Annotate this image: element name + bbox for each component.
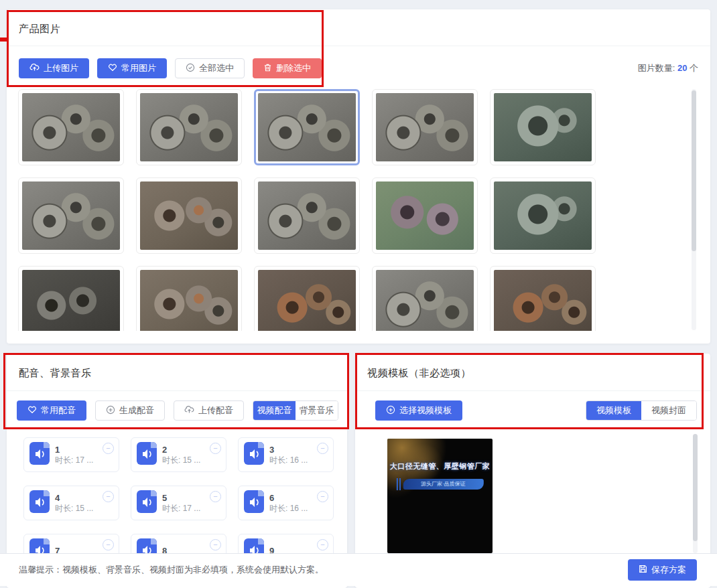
product-image[interactable]	[18, 266, 124, 331]
product-image[interactable]	[136, 266, 242, 331]
image-count-value: 20	[677, 63, 687, 73]
product-photo	[376, 181, 474, 250]
cloud-upload-icon	[184, 405, 194, 416]
product-images-panel: 产品图片 上传图片 常用图片 全部选中 删除选中 图片数量: 20	[7, 9, 710, 344]
product-image[interactable]	[254, 177, 360, 254]
product-toolbar: 上传图片 常用图片 全部选中 删除选中 图片数量: 20 个	[19, 58, 698, 78]
scrollbar-thumb[interactable]	[692, 90, 696, 251]
audio-item-name: 3	[269, 445, 308, 455]
audio-tabs: 视频配音 背景音乐	[253, 400, 338, 421]
save-plan-button[interactable]: 保存方案	[628, 559, 697, 581]
product-image[interactable]	[490, 177, 596, 254]
footer-tip: 温馨提示：视频模板、背景音乐、视频封面为非必填项，系统会使用默认方案。	[19, 564, 324, 576]
product-image[interactable]	[490, 266, 596, 331]
page: 产品图片 上传图片 常用图片 全部选中 删除选中 图片数量: 20	[0, 0, 717, 588]
audio-item-minus-icon[interactable]: −	[210, 491, 221, 502]
audio-file-icon	[244, 442, 264, 467]
heart-icon	[27, 405, 37, 416]
audio-item-name: 2	[162, 445, 200, 455]
audio-item-name: 1	[55, 445, 93, 455]
tab-video-cover[interactable]: 视频封面	[641, 401, 696, 420]
product-image[interactable]	[372, 89, 478, 165]
audio-item[interactable]: 3时长: 16 ...−	[238, 437, 334, 472]
select-template-button[interactable]: 选择视频模板	[375, 400, 462, 421]
common-voiceover-label: 常用配音	[41, 405, 76, 417]
video-template-title: 视频模板（非必选项）	[367, 367, 471, 380]
product-photo	[140, 270, 238, 331]
audio-item-minus-icon[interactable]: −	[103, 539, 114, 550]
product-image[interactable]	[372, 266, 478, 331]
audio-item-minus-icon[interactable]: −	[317, 491, 328, 502]
audio-item-duration: 时长: 16 ...	[269, 455, 308, 465]
audio-item[interactable]: 6时长: 16 ...−	[238, 486, 334, 520]
divider	[355, 390, 710, 391]
common-images-button[interactable]: 常用图片	[97, 58, 167, 78]
image-grid-scrollbar[interactable]	[692, 89, 696, 330]
product-image[interactable]	[372, 177, 478, 254]
cloud-upload-icon	[29, 63, 40, 74]
product-image-selected[interactable]	[254, 89, 360, 165]
product-image[interactable]	[136, 89, 242, 165]
audio-item-name: 4	[55, 493, 93, 504]
divider	[7, 390, 347, 391]
delete-selected-label: 删除选中	[276, 62, 311, 74]
plus-circle-icon	[106, 405, 115, 417]
audio-item-minus-icon[interactable]: −	[210, 443, 221, 454]
common-images-label: 常用图片	[121, 62, 156, 74]
product-image[interactable]	[254, 266, 360, 331]
audio-item-minus-icon[interactable]: −	[103, 491, 114, 502]
audio-item[interactable]: 1时长: 17 ...−	[23, 437, 119, 472]
upload-image-button[interactable]: 上传图片	[19, 58, 89, 78]
select-all-button[interactable]: 全部选中	[175, 58, 245, 78]
product-photo	[494, 181, 592, 250]
product-photo	[140, 181, 238, 250]
product-photo	[494, 93, 592, 161]
select-template-label: 选择视频模板	[399, 405, 452, 417]
product-photo	[22, 181, 120, 250]
audio-item-duration: 时长: 17 ...	[55, 455, 93, 465]
tab-video-voiceover[interactable]: 视频配音	[253, 400, 296, 421]
audio-item-duration: 时长: 16 ...	[269, 504, 308, 514]
audio-item[interactable]: 5时长: 17 ...−	[131, 486, 226, 520]
product-image[interactable]	[490, 89, 596, 165]
video-template-thumbnail[interactable]: 大口径无缝管、厚壁钢管厂家 源头厂家·品质保证	[387, 439, 493, 553]
product-images-title: 产品图片	[19, 23, 60, 35]
check-circle-icon	[186, 63, 195, 74]
audio-item[interactable]: 2时长: 15 ...−	[131, 437, 226, 472]
upload-image-label: 上传图片	[44, 62, 78, 74]
common-voiceover-button[interactable]: 常用配音	[17, 400, 86, 421]
scrollbar-thumb[interactable]	[693, 434, 698, 541]
audio-item-minus-icon[interactable]: −	[210, 539, 221, 550]
annotation-tick	[0, 38, 7, 42]
delete-selected-button[interactable]: 删除选中	[253, 58, 322, 78]
select-all-label: 全部选中	[199, 62, 234, 74]
image-grid	[18, 89, 688, 331]
product-image[interactable]	[136, 177, 242, 254]
template-toolbar: 选择视频模板 视频模板 视频封面	[375, 400, 697, 421]
audio-file-icon	[29, 490, 50, 516]
template-tabs: 视频模板 视频封面	[586, 400, 697, 421]
floppy-icon	[639, 565, 647, 575]
product-photo	[22, 93, 120, 161]
template-scrollbar[interactable]	[693, 434, 698, 553]
thumbnail-title: 大口径无缝管、厚壁钢管厂家	[387, 461, 493, 471]
audio-item-minus-icon[interactable]: −	[103, 443, 114, 454]
product-photo	[258, 181, 356, 250]
thumbnail-subtitle: 源头厂家·品质保证	[403, 479, 483, 490]
product-image[interactable]	[18, 177, 124, 254]
audio-file-icon	[137, 442, 157, 467]
product-image[interactable]	[18, 89, 124, 165]
audio-item[interactable]: 4时长: 15 ...−	[23, 486, 119, 520]
audio-file-icon	[29, 442, 50, 467]
tab-background-music[interactable]: 背景音乐	[296, 401, 338, 420]
audio-item-minus-icon[interactable]: −	[317, 443, 328, 454]
tab-video-template[interactable]: 视频模板	[586, 400, 641, 421]
upload-voiceover-button[interactable]: 上传配音	[174, 400, 244, 421]
image-count-unit: 个	[690, 63, 698, 73]
audio-list: 1时长: 17 ...−2时长: 15 ...−3时长: 16 ...−4时长:…	[23, 437, 338, 569]
generate-voiceover-button[interactable]: 生成配音	[95, 400, 165, 421]
product-photo	[494, 270, 592, 331]
audio-item-minus-icon[interactable]: −	[317, 539, 328, 550]
generate-voiceover-label: 生成配音	[119, 405, 154, 417]
save-plan-label: 保存方案	[651, 564, 686, 576]
